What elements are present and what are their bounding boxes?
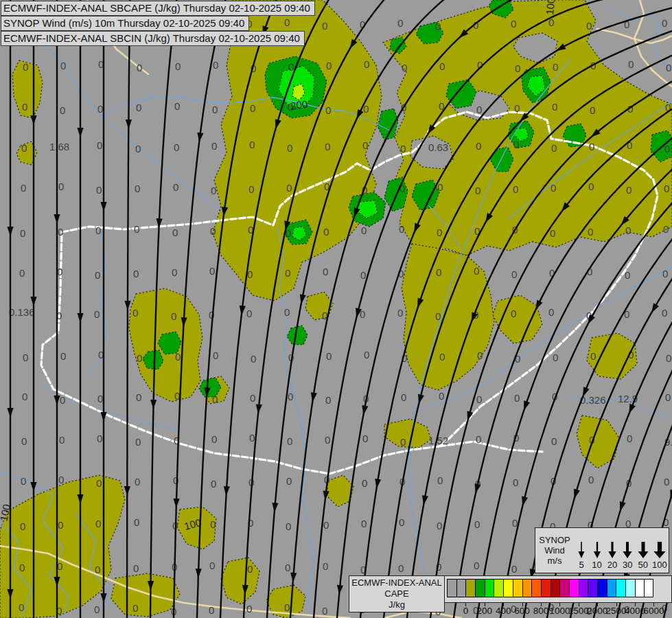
svg-text:0: 0 <box>20 227 25 239</box>
cape-cell-7 <box>513 579 522 597</box>
svg-text:0: 0 <box>60 394 65 406</box>
title-sbcin: ECMWF-INDEX-ANAL SBCIN (J/kg) Thursday 0… <box>1 31 305 46</box>
svg-text:0: 0 <box>59 434 65 446</box>
svg-text:200: 200 <box>290 98 308 112</box>
svg-text:0: 0 <box>137 352 142 364</box>
cape-legend-label: ECMWF-INDEX-ANAL CAPE J/kg <box>349 575 445 613</box>
svg-text:0: 0 <box>514 392 520 404</box>
svg-text:0: 0 <box>663 223 669 235</box>
svg-text:0: 0 <box>210 225 216 237</box>
wind-speed-label: 5 <box>579 560 584 570</box>
wind-arrow-20: 20 <box>606 540 618 570</box>
svg-text:0: 0 <box>22 101 27 113</box>
cape-cell-1 <box>456 579 466 597</box>
svg-text:0: 0 <box>95 564 100 575</box>
svg-text:0: 0 <box>246 308 252 319</box>
svg-text:0: 0 <box>476 433 481 445</box>
svg-text:0: 0 <box>135 143 141 154</box>
cape-cell-14 <box>579 579 588 597</box>
svg-text:0: 0 <box>175 351 181 363</box>
cape-colorbar-cells <box>447 579 653 597</box>
wind-speed-label: 20 <box>607 560 617 570</box>
svg-text:0: 0 <box>172 266 177 278</box>
svg-text:0: 0 <box>513 477 518 488</box>
svg-text:0: 0 <box>666 352 671 364</box>
svg-text:0: 0 <box>247 563 253 575</box>
cape-cell-4 <box>485 579 494 597</box>
wind-legend-title: SYNOP Wind m/s <box>535 535 574 566</box>
svg-text:0: 0 <box>548 306 554 318</box>
svg-text:0: 0 <box>60 60 66 71</box>
svg-text:0: 0 <box>511 268 517 280</box>
svg-text:0: 0 <box>211 140 217 152</box>
svg-text:0: 0 <box>136 391 141 403</box>
svg-text:0: 0 <box>511 18 516 30</box>
svg-text:0: 0 <box>362 433 368 444</box>
svg-text:0: 0 <box>551 142 557 154</box>
cape-cell-17 <box>607 579 616 597</box>
svg-text:0: 0 <box>94 308 100 320</box>
svg-text:100: 100 <box>544 0 557 15</box>
cape-cell-8 <box>522 579 532 597</box>
svg-text:0: 0 <box>213 350 218 361</box>
svg-text:0: 0 <box>477 350 483 361</box>
svg-text:0: 0 <box>435 21 441 32</box>
svg-text:0: 0 <box>95 269 100 281</box>
svg-text:0: 0 <box>211 478 216 490</box>
svg-text:0: 0 <box>322 20 327 32</box>
svg-text:0: 0 <box>474 560 479 571</box>
wind-speed-scale: 510203050100 <box>574 531 669 570</box>
svg-text:0: 0 <box>133 268 139 279</box>
down-arrow-icon <box>653 540 666 559</box>
svg-text:0: 0 <box>551 182 556 194</box>
svg-text:0: 0 <box>627 433 632 444</box>
cape-colorbar <box>445 575 672 603</box>
svg-text:0: 0 <box>628 58 634 70</box>
svg-text:0: 0 <box>174 141 179 153</box>
cape-legend-line1: ECMWF-INDEX-ANAL <box>349 577 444 588</box>
svg-text:0: 0 <box>133 562 139 574</box>
svg-text:0: 0 <box>666 62 671 73</box>
svg-text:0: 0 <box>210 518 216 530</box>
svg-text:0: 0 <box>362 477 367 489</box>
cape-legend-line2: CAPE <box>349 588 444 599</box>
svg-text:0: 0 <box>96 184 102 196</box>
svg-text:0: 0 <box>23 61 28 73</box>
svg-text:0: 0 <box>664 183 669 194</box>
svg-text:0: 0 <box>364 58 369 70</box>
svg-text:0: 0 <box>588 474 594 485</box>
wind-arrow-100: 100 <box>652 540 667 570</box>
down-arrow-icon <box>606 540 618 559</box>
svg-text:0: 0 <box>322 605 327 617</box>
svg-text:0: 0 <box>626 184 632 196</box>
svg-text:0: 0 <box>209 604 214 616</box>
svg-text:0: 0 <box>95 518 101 529</box>
svg-text:0: 0 <box>58 181 64 192</box>
cape-cell-12 <box>559 579 569 597</box>
svg-text:0: 0 <box>19 267 25 279</box>
svg-text:0: 0 <box>474 265 479 277</box>
svg-text:0: 0 <box>21 182 26 194</box>
svg-text:0: 0 <box>135 183 140 194</box>
svg-text:0: 0 <box>364 349 369 360</box>
svg-text:0: 0 <box>211 185 216 196</box>
svg-text:0: 0 <box>21 435 27 447</box>
cape-cell-16 <box>597 579 607 597</box>
svg-text:0: 0 <box>550 227 555 239</box>
down-arrow-icon <box>637 540 649 559</box>
svg-text:0: 0 <box>590 104 595 116</box>
cape-cell-18 <box>616 579 625 597</box>
svg-text:0: 0 <box>662 268 668 279</box>
svg-text:0: 0 <box>286 520 291 532</box>
svg-text:0: 0 <box>58 226 63 238</box>
cape-cell-11 <box>551 579 560 597</box>
down-arrow-icon <box>591 540 603 559</box>
cape-cell-3 <box>475 579 485 597</box>
svg-text:0: 0 <box>400 143 406 154</box>
svg-text:0: 0 <box>213 59 218 71</box>
svg-text:0: 0 <box>439 390 444 402</box>
svg-text:0: 0 <box>57 266 62 277</box>
svg-text:0: 0 <box>323 266 328 277</box>
svg-text:0: 0 <box>209 560 215 571</box>
svg-text:0: 0 <box>326 350 332 362</box>
